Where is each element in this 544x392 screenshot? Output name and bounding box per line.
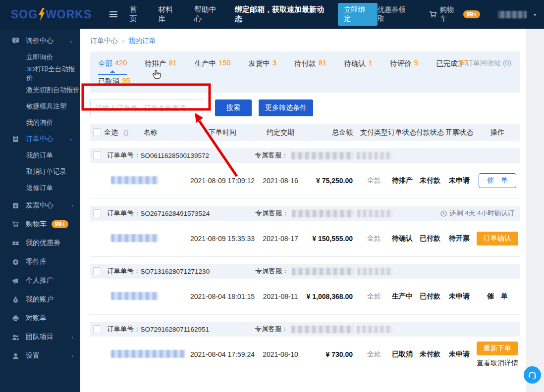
cs-name-redacted bbox=[291, 152, 354, 159]
pay-status: 已付款 bbox=[416, 292, 444, 301]
order-recycle-bin[interactable]: 订单回收站 (0) bbox=[456, 59, 511, 68]
cart-icon bbox=[429, 10, 437, 18]
svg-text:?: ? bbox=[14, 38, 17, 43]
order-name-redacted[interactable] bbox=[111, 292, 158, 300]
tab-all[interactable]: 全部420 bbox=[98, 59, 127, 75]
breadcrumb-order-center[interactable]: 订单中心 bbox=[90, 37, 118, 46]
order-checkbox[interactable] bbox=[93, 267, 101, 275]
sidebar-item-settings[interactable]: 设置 › bbox=[0, 346, 80, 365]
urge-order-button[interactable]: 催 单 bbox=[479, 173, 516, 188]
order-checkbox[interactable] bbox=[93, 209, 101, 217]
sidebar-item-cart[interactable]: 购物车 99+ bbox=[0, 215, 80, 234]
invoice-status: 待开票 bbox=[444, 234, 475, 243]
col-due-date: 约定交期 bbox=[259, 128, 302, 137]
order-status: 生产中 bbox=[388, 292, 416, 301]
money-bag-icon: ¥ bbox=[12, 296, 19, 303]
order-checkbox[interactable] bbox=[93, 325, 101, 333]
cs-label: 专属客服： bbox=[255, 209, 289, 218]
pay-status: 未付款 bbox=[416, 350, 444, 359]
cs-name-redacted bbox=[292, 210, 354, 217]
breadcrumb-my-orders[interactable]: 我的订单 bbox=[128, 37, 156, 46]
sidebar-item-promotion[interactable]: 个人推广 bbox=[0, 271, 80, 290]
coupon-link[interactable]: 优惠券领取 bbox=[378, 5, 412, 23]
headset-icon bbox=[528, 371, 537, 380]
sidebar-item-order-center[interactable]: 订单中心 ⌄ bbox=[0, 131, 80, 147]
sidebar-item-my-inquiries[interactable]: 我的询价 bbox=[0, 114, 80, 131]
sidebar-item-parts-library[interactable]: 零件库 bbox=[0, 252, 80, 271]
sidebar-item-cancelled-orders[interactable]: 取消订单记录 bbox=[0, 163, 80, 180]
pay-type: 全款 bbox=[360, 176, 388, 185]
sidebar-item-rapid-mold[interactable]: 敏捷模具注塑 bbox=[0, 98, 80, 114]
col-total-amount: 总金额 bbox=[302, 128, 360, 137]
top-navbar: SOG WORKS 首页 材料库 帮助中心 绑定邮箱，获取速加最新动态 立即绑定… bbox=[0, 0, 544, 29]
logo-text-pre: SOG bbox=[11, 8, 38, 21]
reorder-button[interactable]: 重新下单 bbox=[477, 342, 518, 355]
cart-label: 购物车 bbox=[440, 5, 461, 23]
statement-printer-icon bbox=[12, 315, 19, 322]
order-search-input[interactable] bbox=[90, 99, 203, 116]
sidebar-item-invoice-center[interactable]: ¥ 发票中心 › bbox=[0, 196, 80, 215]
order-no: SO2671628491573524 bbox=[141, 210, 210, 217]
tab-shipping[interactable]: 发货中3 bbox=[249, 59, 277, 75]
sidebar-item-my-account[interactable]: ¥ 我的账户 bbox=[0, 290, 80, 309]
col-actions: 操作 bbox=[475, 128, 520, 137]
tab-cancelled[interactable]: 已取消95 bbox=[98, 77, 130, 86]
sidebar-nav: ? 询价中心 ⌄ 立即询价 3D打印全自动报价 激光切割自动报价 敏捷模具注塑 … bbox=[0, 29, 80, 392]
select-all-label[interactable]: 全选 bbox=[104, 128, 118, 137]
logo-text-post: WORKS bbox=[46, 8, 92, 21]
bind-now-button[interactable]: 立即绑定 bbox=[338, 3, 378, 26]
select-all-checkbox[interactable] bbox=[93, 128, 101, 136]
trash-icon bbox=[456, 60, 463, 67]
username-redacted[interactable] bbox=[498, 11, 527, 18]
nav-link-home[interactable]: 首页 bbox=[129, 5, 144, 24]
view-cancel-details-link[interactable]: 查看取消详情 bbox=[477, 359, 518, 368]
sidebar-item-inquire-now[interactable]: 立即询价 bbox=[0, 49, 80, 65]
sidebar-item-3d-print-quote[interactable]: 3D打印全自动报价 bbox=[0, 65, 80, 82]
tab-pending-schedule[interactable]: 待排产81 bbox=[145, 59, 177, 75]
pay-type: 全款 bbox=[360, 292, 388, 301]
order-row: 2021-08-09 17:09:12 2021-08-16 ¥ 75,250.… bbox=[90, 163, 520, 198]
cs-label: 专属客服： bbox=[255, 325, 288, 334]
gear-icon bbox=[12, 258, 19, 266]
sogaworks-logo[interactable]: SOG WORKS bbox=[11, 8, 92, 21]
order-name-redacted[interactable] bbox=[111, 176, 158, 184]
sidebar-item-team-projects[interactable]: 团队项目 › bbox=[0, 328, 80, 346]
customer-service-button[interactable] bbox=[524, 366, 541, 384]
pay-type: 全款 bbox=[360, 350, 388, 359]
user-menu-caret-icon[interactable]: ▾ bbox=[534, 12, 536, 17]
tab-pending-review[interactable]: 待评价5 bbox=[390, 59, 418, 75]
due-date: 2021-08-17 bbox=[259, 235, 302, 243]
sidebar-item-inquiry-center[interactable]: ? 询价中心 ⌄ bbox=[0, 33, 80, 49]
order-name-redacted[interactable] bbox=[111, 350, 185, 358]
invoice-status: 未申请 bbox=[444, 292, 475, 301]
nav-link-help[interactable]: 帮助中心 bbox=[194, 5, 224, 24]
order-name-redacted[interactable] bbox=[111, 234, 158, 242]
table-header: 全选 名称 下单时间 约定交期 总金额 支付类型 订单状态 付款状态 开票状态 … bbox=[90, 124, 520, 141]
sidebar-item-repair-orders[interactable]: 返修订单 bbox=[0, 180, 80, 196]
urge-order-text[interactable]: 催 单 bbox=[487, 292, 508, 301]
order-no: SO0611628500139572 bbox=[141, 152, 210, 159]
cs-label: 专属客服： bbox=[255, 151, 288, 160]
order-checkbox[interactable] bbox=[93, 151, 101, 159]
order-no-label: 订单单号： bbox=[107, 325, 141, 334]
cart-button[interactable]: 购物车 99+ bbox=[429, 5, 480, 23]
sidebar-item-my-orders[interactable]: 我的订单 bbox=[0, 147, 80, 163]
order-no-label: 订单单号： bbox=[107, 267, 141, 276]
sidebar-item-my-coupons[interactable]: ¥ 我的优惠券 bbox=[0, 234, 80, 252]
hamburger-menu-icon[interactable] bbox=[109, 11, 117, 17]
sidebar-item-statement[interactable]: 对账单 bbox=[0, 309, 80, 328]
nav-link-materials[interactable]: 材料库 bbox=[158, 5, 180, 24]
confirm-order-button[interactable]: 订单确认 bbox=[477, 232, 518, 245]
tab-pending-payment[interactable]: 待付款81 bbox=[294, 59, 326, 75]
order-time: 2021-08-04 17:59:24 bbox=[186, 350, 259, 358]
tab-pending-confirm[interactable]: 待确认1 bbox=[344, 59, 373, 75]
total-amount: ¥ 730.00 bbox=[302, 350, 360, 358]
trash-icon[interactable] bbox=[123, 129, 129, 136]
due-date: 2021-08-11 bbox=[259, 293, 302, 300]
search-button[interactable]: 搜索 bbox=[215, 99, 252, 116]
sidebar-item-laser-cut-quote[interactable]: 激光切割自动报价 bbox=[0, 82, 80, 98]
more-filters-button[interactable]: 更多筛选条件 bbox=[259, 99, 313, 116]
tab-in-production[interactable]: 生产中150 bbox=[195, 59, 231, 75]
recycle-label: 订单回收站 (0) bbox=[466, 59, 511, 68]
lightning-bolt-icon bbox=[38, 8, 45, 21]
